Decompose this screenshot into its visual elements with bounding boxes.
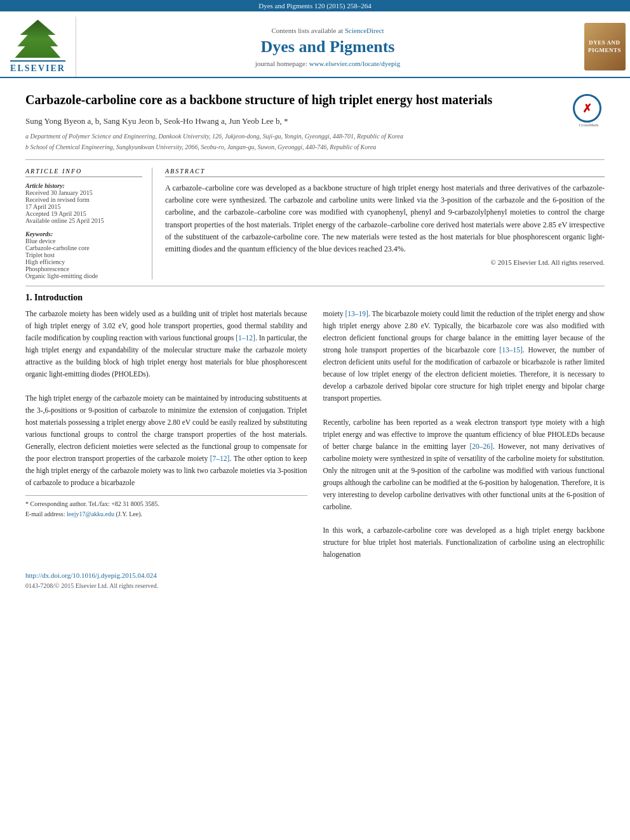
contents-available-text: Contents lists available at ScienceDirec… bbox=[271, 27, 384, 34]
homepage-link[interactable]: www.elsevier.com/locate/dyepig bbox=[309, 60, 400, 67]
ref-13-19: [13–19] bbox=[345, 310, 368, 317]
keywords-block: Keywords: Blue device Carbazole-carbolin… bbox=[25, 230, 142, 279]
email-link[interactable]: leejy17@akku.edu bbox=[67, 510, 114, 517]
received-date: Received 30 January 2015 bbox=[25, 189, 142, 196]
thermal-word: thermal bbox=[245, 322, 267, 330]
intro-right-para-2: Recently, carboline has been reported as… bbox=[323, 417, 605, 513]
abstract-text: A carbazole–carboline core was developed… bbox=[165, 182, 605, 255]
article-info-column: Article Info Article history: Received 3… bbox=[25, 168, 152, 279]
keyword-4: High efficiency bbox=[25, 258, 142, 265]
accepted-date: Accepted 19 April 2015 bbox=[25, 210, 142, 217]
received-revised-label: Received in revised form bbox=[25, 196, 142, 203]
article-info-header: Article Info bbox=[25, 168, 142, 177]
journal-logo-text: dyes and pigments bbox=[584, 39, 626, 54]
email-label: E-mail address: bbox=[25, 510, 67, 517]
crossmark-badge: ✗ CrossMark bbox=[573, 94, 605, 126]
affiliation-a: a Department of Polymer Science and Engi… bbox=[25, 131, 605, 141]
crossmark-circle: ✗ bbox=[573, 94, 601, 123]
footnote-section: * Corresponding author. Tel./fax: +82 31… bbox=[25, 495, 307, 520]
article-history-block: Article history: Received 30 January 201… bbox=[25, 182, 142, 224]
authors-line: Sung Yong Byeon a, b, Sang Kyu Jeon b, S… bbox=[25, 116, 605, 126]
divider-after-affiliations bbox=[25, 159, 605, 160]
affiliation-b: b School of Chemical Engineering, Sungky… bbox=[25, 142, 605, 152]
keyword-5: Phosphorescence bbox=[25, 265, 142, 272]
ref-1-12: [1–12] bbox=[236, 334, 255, 342]
ref-20-26: [20–26] bbox=[470, 443, 493, 450]
intro-right-column: moiety [13–19]. The bicarbazole moiety c… bbox=[323, 308, 605, 561]
intro-right-para-3: In this work, a carbazole-carboline core… bbox=[323, 524, 605, 561]
paper-section: ✗ CrossMark Carbazole-carboline core as … bbox=[0, 78, 630, 286]
journal-logo-section: dyes and pigments bbox=[579, 17, 630, 77]
journal-logo-box: dyes and pigments bbox=[584, 23, 626, 70]
intro-left-para-2: The high triplet energy of the carbazole… bbox=[25, 392, 307, 489]
doi-footer-section: http://dx.doi.org/10.1016/j.dyepig.2015.… bbox=[0, 567, 630, 590]
abstract-column: Abstract A carbazole–carboline core was … bbox=[165, 168, 605, 279]
ref-13-15: [13–15] bbox=[499, 346, 522, 354]
paper-title: Carbazole-carboline core as a backbone s… bbox=[25, 91, 605, 109]
journal-header: ELSEVIER Contents lists available at Sci… bbox=[0, 11, 630, 78]
abstract-copyright: © 2015 Elsevier Ltd. All rights reserved… bbox=[165, 258, 605, 266]
corresponding-author-note: * Corresponding author. Tel./fax: +82 31… bbox=[25, 499, 307, 510]
intro-right-para-1: moiety [13–19]. The bicarbazole moiety c… bbox=[323, 308, 605, 404]
intro-left-para-1: The carbazole moiety has been widely use… bbox=[25, 308, 307, 380]
abstract-header: Abstract bbox=[165, 168, 605, 177]
email-note: E-mail address: leejy17@akku.edu (J.Y. L… bbox=[25, 509, 307, 520]
available-online-date: Available online 25 April 2015 bbox=[25, 217, 142, 224]
journal-citation-bar: Dyes and Pigments 120 (2015) 258–264 bbox=[0, 0, 630, 11]
journal-header-middle: Contents lists available at ScienceDirec… bbox=[76, 17, 579, 77]
sciencedirect-link[interactable]: ScienceDirect bbox=[345, 27, 384, 34]
journal-homepage-text: journal homepage: www.elsevier.com/locat… bbox=[255, 60, 400, 67]
elsevier-brand-text: ELSEVIER bbox=[10, 60, 65, 74]
elsevier-logo-section: ELSEVIER bbox=[0, 17, 76, 77]
crossmark-label: CrossMark bbox=[573, 123, 605, 128]
keyword-1: Blue device bbox=[25, 237, 142, 244]
doi-link[interactable]: http://dx.doi.org/10.1016/j.dyepig.2015.… bbox=[25, 571, 157, 579]
keyword-3: Triplet host bbox=[25, 251, 142, 258]
article-info-abstract-section: Article Info Article history: Received 3… bbox=[25, 168, 605, 279]
history-label: Article history: bbox=[25, 182, 142, 189]
keyword-2: Carbazole-carboline core bbox=[25, 244, 142, 251]
introduction-section: 1. Introduction The carbazole moiety has… bbox=[0, 286, 630, 567]
revised-date: 17 April 2015 bbox=[25, 203, 142, 210]
email-name: (J.Y. Lee). bbox=[114, 510, 142, 517]
keyword-6: Organic light-emitting diode bbox=[25, 272, 142, 279]
journal-citation-text: Dyes and Pigments 120 (2015) 258–264 bbox=[258, 2, 372, 10]
intro-two-column: The carbazole moiety has been widely use… bbox=[25, 308, 605, 561]
intro-section-title: 1. Introduction bbox=[25, 293, 605, 303]
keywords-label: Keywords: bbox=[25, 230, 142, 237]
issn-footer: 0143-7208/© 2015 Elsevier Ltd. All right… bbox=[25, 582, 158, 589]
ref-7-12: [7–12] bbox=[210, 455, 230, 462]
crossmark-icon: ✗ bbox=[582, 102, 592, 116]
journal-title: Dyes and Pigments bbox=[261, 37, 395, 57]
the-word: the bbox=[466, 322, 475, 330]
elsevier-tree-graphic bbox=[13, 20, 64, 58]
intro-left-column: The carbazole moiety has been widely use… bbox=[25, 308, 307, 561]
